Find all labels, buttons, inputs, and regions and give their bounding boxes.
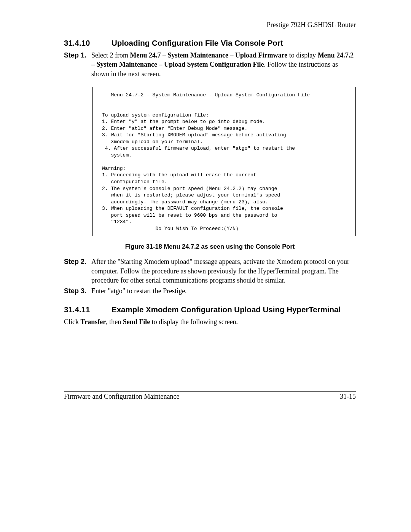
section-heading-31-4-10: 31.4.10 Uploading Configuration File Via… xyxy=(64,38,356,48)
step-1-label: Step 1. xyxy=(64,51,91,78)
section-heading-31-4-11: 31.4.11 Example Xmodem Configuration Upl… xyxy=(64,305,356,314)
step-2-row: Step 2. After the "Starting Xmodem uploa… xyxy=(64,257,356,285)
page-header-product: Prestige 792H G.SHDSL Router xyxy=(64,21,356,29)
step-3-content: Enter "atgo" to restart the Prestige. xyxy=(91,286,356,296)
step-3-row: Step 3. Enter "atgo" to restart the Pres… xyxy=(64,286,356,296)
bold-span: Send File xyxy=(123,318,150,326)
step-2-label: Step 2. xyxy=(64,257,91,285)
console-output-box: Menu 24.7.2 - System Maintenance - Uploa… xyxy=(92,87,356,236)
bold-span: Menu 24.7 xyxy=(130,51,161,59)
step-1-row: Step 1. Select 2 from Menu 24.7 – System… xyxy=(64,51,356,78)
bold-span: Transfer xyxy=(81,318,106,326)
body-paragraph: Click Transfer, then Send File to displa… xyxy=(64,317,356,326)
document-page: Prestige 792H G.SHDSL Router 31.4.10 Upl… xyxy=(0,0,411,532)
footer-page-number: 31-15 xyxy=(340,393,356,401)
step-1-content: Select 2 from Menu 24.7 – System Mainten… xyxy=(91,51,356,78)
page-footer: Firmware and Configuration Maintenance 3… xyxy=(64,391,356,401)
footer-left: Firmware and Configuration Maintenance xyxy=(64,393,179,401)
section-title: Example Xmodem Configuration Upload Usin… xyxy=(112,305,341,314)
bold-span: Upload Firmware xyxy=(235,51,287,59)
text-span: Click xyxy=(64,318,81,326)
text-span: to display the following screen. xyxy=(150,318,238,326)
section-title: Uploading Configuration File Via Console… xyxy=(112,38,283,48)
text-span: to display xyxy=(287,51,318,59)
footer-rule xyxy=(64,391,356,392)
step-2-content: After the "Starting Xmodem upload" messa… xyxy=(91,257,356,285)
text-span: , then xyxy=(106,318,123,326)
text-span: – xyxy=(161,51,167,59)
section-number: 31.4.11 xyxy=(64,305,112,314)
bold-span: System Maintenance xyxy=(167,51,228,59)
text-span: Select 2 from xyxy=(91,51,130,59)
step-3-label: Step 3. xyxy=(64,286,91,296)
section-number: 31.4.10 xyxy=(64,38,112,48)
figure-caption: Figure 31-18 Menu 24.7.2 as seen using t… xyxy=(64,243,356,250)
text-span: – xyxy=(228,51,235,59)
header-rule xyxy=(64,30,356,30)
